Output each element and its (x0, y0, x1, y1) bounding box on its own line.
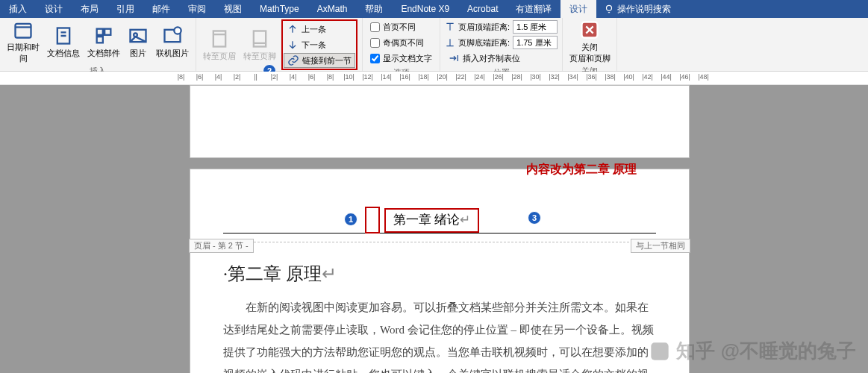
ruler: |8||6||4||2||||2||4||6||8||10||12||14||1… (0, 72, 868, 85)
group-options: 首页不同 奇偶页不同 显示文档文字 选项 (363, 18, 440, 71)
svg-rect-3 (97, 28, 103, 34)
close-headerfooter-button[interactable]: 关闭 页眉和页脚 (567, 19, 612, 64)
align-tab-label: 插入对齐制表位 (463, 53, 520, 64)
annotation-cursor-box (365, 207, 380, 233)
show-doctext-checkbox[interactable]: 显示文档文字 (367, 51, 435, 66)
arrow-up-icon (287, 23, 299, 35)
arrow-down-icon (287, 39, 299, 51)
link-previous-label: 链接到前一节 (302, 55, 352, 66)
online-picture-icon (162, 25, 183, 46)
annotation-bubble-3: 3 (528, 211, 541, 225)
footer-bottom-input[interactable] (513, 36, 558, 49)
tab-layout[interactable]: 布局 (72, 0, 107, 18)
link-previous-button[interactable]: 链接到前一节 (284, 53, 355, 68)
tab-references[interactable]: 引用 (107, 0, 143, 18)
tab-youdao[interactable]: 有道翻译 (507, 0, 561, 18)
lightbulb-icon (604, 4, 614, 14)
docparts-label: 文档部件 (87, 48, 120, 59)
watermark-text: 知乎 @不睡觉的兔子 (676, 338, 856, 364)
tab-mathtype[interactable]: MathType (251, 0, 308, 18)
tab-axmath[interactable]: AxMath (308, 0, 357, 18)
header-top-input[interactable] (513, 20, 558, 34)
ribbon: 日期和时间 文档信息 文档部件 图片 联机图片 插入 (0, 18, 868, 72)
info-icon (53, 25, 74, 46)
header-distance-icon (445, 22, 455, 32)
annotation-bubble-1: 1 (344, 213, 357, 226)
header-top-label: 页眉顶端距离: (458, 22, 510, 33)
section-tag-left: 页眉 - 第 2 节 - (189, 239, 254, 253)
link-icon (287, 54, 299, 66)
ribbon-tabs: 插入 设计 布局 引用 邮件 审阅 视图 MathType AxMath 帮助 … (0, 0, 868, 18)
diff-first-checkbox[interactable]: 首页不同 (367, 19, 435, 34)
previous-page-bottom (190, 85, 690, 158)
tell-me-label: 操作说明搜索 (617, 3, 671, 16)
docinfo-button[interactable]: 文档信息 (45, 25, 82, 59)
svg-rect-5 (97, 37, 103, 43)
header-text: 第一章 绪论 (393, 213, 460, 227)
section-tag-right: 与上一节相同 (631, 239, 690, 253)
header-boundary-line (190, 242, 689, 242)
tab-acrobat[interactable]: Acrobat (458, 0, 507, 18)
footer-bottom-label: 页脚底端距离: (458, 37, 510, 48)
datetime-button[interactable]: 日期和时间 (4, 19, 42, 64)
prev-section-button[interactable]: 上一条 (284, 22, 355, 37)
online-picture-button[interactable]: 联机图片 (154, 25, 191, 59)
group-insert: 日期和时间 文档信息 文档部件 图片 联机图片 插入 (0, 18, 196, 71)
diff-oddeven-label: 奇偶页不同 (383, 37, 424, 48)
annotation-callout: 内容改为第二章 原理 (526, 162, 637, 178)
docparts-button[interactable]: 文档部件 (85, 25, 122, 59)
diff-first-label: 首页不同 (383, 22, 416, 33)
tab-view[interactable]: 视图 (215, 0, 251, 18)
header-text-box[interactable]: 第一章 绪论↵ (384, 208, 479, 233)
footer-bottom-row: 页脚底端距离: (445, 35, 558, 50)
tab-insert[interactable]: 插入 (0, 0, 36, 18)
group-position: 页眉顶端距离: 页脚底端距离: 插入对齐制表位 位置 (440, 18, 563, 71)
datetime-label: 日期和时间 (4, 42, 42, 64)
footer-distance-icon (445, 37, 455, 48)
goto-header-label: 转至页眉 (203, 51, 236, 62)
picture-label: 图片 (130, 48, 146, 59)
header-area[interactable]: 1 第一章 绪论↵ 3 (223, 214, 656, 233)
page: 内容改为第二章 原理 1 第一章 绪论↵ 3 页眉 - 第 2 节 - 与上一节… (190, 169, 690, 373)
close-icon (579, 19, 600, 40)
prev-label: 上一条 (302, 24, 326, 35)
goto-header-button[interactable]: 转至页眉 (201, 28, 238, 62)
show-doctext-label: 显示文档文字 (383, 53, 432, 64)
insert-align-tab-button[interactable]: 插入对齐制表位 (445, 51, 558, 66)
svg-rect-11 (254, 31, 266, 46)
svg-rect-1 (16, 24, 31, 38)
next-label: 下一条 (302, 40, 326, 51)
group-navigation: 转至页眉 转至页脚 上一条 下一条 链接到前一节 (196, 18, 363, 71)
online-picture-label: 联机图片 (156, 48, 189, 59)
picture-icon (128, 25, 149, 46)
close-label-2: 页眉和页脚 (569, 53, 611, 64)
header-top-row: 页眉顶端距离: (445, 19, 558, 34)
group-close: 关闭 页眉和页脚 关闭 (563, 18, 617, 71)
tab-headerfooter-design[interactable]: 设计 (561, 0, 596, 18)
close-label-1: 关闭 (581, 42, 598, 53)
diff-oddeven-checkbox[interactable]: 奇偶页不同 (367, 35, 435, 50)
tab-design[interactable]: 设计 (36, 0, 72, 18)
paragraph: 在新的阅读视图中阅读更加容易。可以折叠文档某些部分并关注所需文本。如果在达到结尾… (223, 296, 656, 373)
tab-icon (448, 52, 460, 64)
document-body[interactable]: ·第二章 原理↵ 在新的阅读视图中阅读更加容易。可以折叠文档某些部分并关注所需文… (223, 256, 656, 373)
tab-help[interactable]: 帮助 (356, 0, 392, 18)
next-section-button[interactable]: 下一条 (284, 37, 355, 52)
calendar-icon (13, 19, 34, 40)
tell-me-search[interactable]: 操作说明搜索 (596, 0, 678, 18)
goto-footer-button[interactable]: 转至页脚 (241, 28, 278, 62)
goto-header-icon (209, 28, 230, 49)
tab-endnote[interactable]: EndNote X9 (392, 0, 458, 18)
goto-footer-icon (249, 28, 270, 49)
svg-point-0 (607, 5, 612, 10)
svg-rect-10 (213, 31, 225, 46)
tab-mailings[interactable]: 邮件 (143, 0, 179, 18)
docinfo-label: 文档信息 (47, 48, 80, 59)
picture-button[interactable]: 图片 (125, 25, 151, 59)
goto-footer-label: 转至页脚 (243, 51, 276, 62)
tab-review[interactable]: 审阅 (179, 0, 215, 18)
parts-icon (93, 25, 114, 46)
document-canvas: 内容改为第二章 原理 1 第一章 绪论↵ 3 页眉 - 第 2 节 - 与上一节… (0, 85, 868, 373)
svg-point-9 (174, 27, 181, 34)
svg-rect-4 (104, 28, 110, 34)
